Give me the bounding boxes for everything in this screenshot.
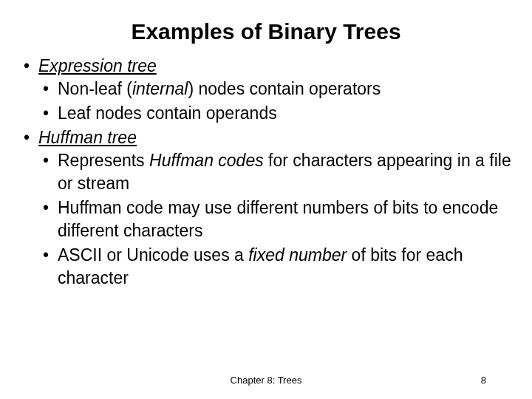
bullet-list: Expression tree Non-leaf (internal) node… — [21, 55, 511, 290]
bullet-head: Huffman tree — [38, 128, 137, 147]
slide-title: Examples of Binary Trees — [21, 19, 511, 44]
sub-bullet: ASCII or Unicode uses a fixed number of … — [38, 244, 511, 290]
footer-page-number: 8 — [481, 375, 486, 386]
text: ASCII or Unicode uses a — [58, 245, 248, 265]
text: Non-leaf ( — [58, 79, 132, 98]
footer-chapter: Chapter 8: Trees — [0, 375, 532, 386]
text: Represents — [58, 151, 149, 170]
bullet-head: Expression tree — [38, 56, 157, 75]
text: ) nodes contain operators — [188, 79, 381, 98]
sub-bullet: Represents Huffman codes for characters … — [38, 149, 511, 195]
text-italic: internal — [132, 79, 188, 98]
sub-bullet: Leaf nodes contain operands — [38, 102, 511, 125]
bullet-expression-tree: Expression tree Non-leaf (internal) node… — [21, 55, 511, 125]
text-italic: Huffman codes — [149, 151, 264, 170]
text-italic: fixed number — [248, 245, 347, 265]
sub-list: Non-leaf (internal) nodes contain operat… — [38, 78, 511, 125]
slide: Examples of Binary Trees Expression tree… — [0, 0, 532, 399]
bullet-huffman-tree: Huffman tree Represents Huffman codes fo… — [21, 126, 511, 290]
text: Leaf nodes contain operands — [58, 103, 277, 123]
sub-bullet: Non-leaf (internal) nodes contain operat… — [38, 78, 511, 100]
text: Huffman code may use different numbers o… — [58, 198, 498, 240]
sub-list: Represents Huffman codes for characters … — [38, 149, 511, 290]
sub-bullet: Huffman code may use different numbers o… — [38, 197, 511, 242]
